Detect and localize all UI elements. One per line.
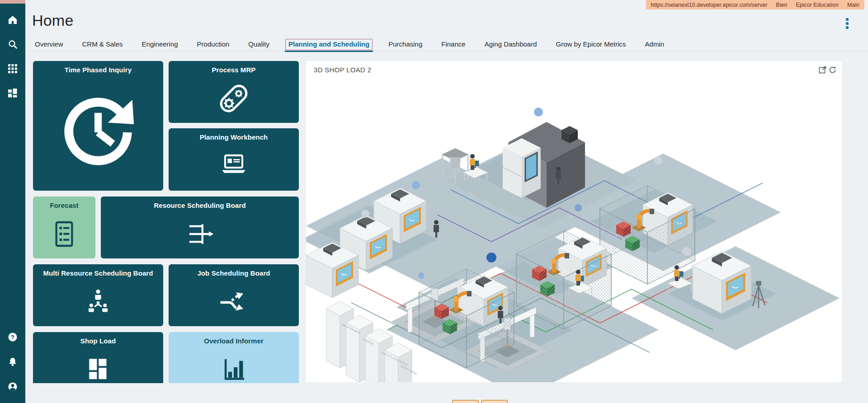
search-icon [7,39,18,50]
tab-production[interactable]: Production [194,39,233,50]
panel-title: 3D SHOP LOAD 2 [314,66,371,74]
dashboards-nav-button[interactable] [0,83,25,103]
tab-aging-dashboard[interactable]: Aging Dashboard [481,39,540,50]
branch-arrows-icon [218,286,250,318]
tab-row-divider [25,51,868,51]
banner-link-user: Bien [776,2,787,8]
tile-grid: Time Phased Inquiry Process MRP [33,61,299,383]
cutoff-tile[interactable] [452,400,479,403]
overflow-menu-button[interactable] [840,16,854,31]
home-nav-button[interactable] [0,10,25,30]
tab-grow-by-epicor-metrics[interactable]: Grow by Epicor Metrics [553,39,629,50]
user-account-icon [7,381,18,392]
open-in-new-window-button[interactable] [818,66,826,74]
laptop-icon [218,150,249,181]
utility-cabinets: MAINTENANCE LOGGING QUALITY ASSURANCE MO… [326,301,418,382]
open-in-new-icon [819,66,826,74]
banner-link-site: Main [847,2,859,8]
tab-admin[interactable]: Admin [642,39,668,50]
tab-overview[interactable]: Overview [32,39,66,50]
merge-arrow-icon [184,218,216,250]
tile-multi-resource-scheduling-board[interactable]: Multi Resource Scheduling Board [33,264,163,326]
dashboard-icon [8,88,18,98]
tile-resource-scheduling-board[interactable]: Resource Scheduling Board [101,197,299,258]
kebab-icon [846,18,849,21]
banner-link-env: Epicor Education [796,2,839,8]
bar-chart-icon [219,355,248,384]
epicor-home-app: ? https://seianext10.developer.epicor.co… [0,0,868,403]
page-title: Home [32,12,74,29]
tab-quality[interactable]: Quality [245,39,273,50]
browser-url-banner: https://seianext10.developer.epicor.com/… [646,0,864,9]
refresh-icon [829,66,836,74]
tab-finance[interactable]: Finance [438,39,468,50]
account-button[interactable] [0,377,25,397]
list-form-icon [50,220,78,248]
tab-purchasing[interactable]: Purchasing [385,39,425,50]
home-icon [7,14,18,25]
tiles-grid-icon [83,355,113,384]
search-nav-button[interactable] [0,34,25,54]
notifications-button[interactable] [0,352,25,372]
help-icon: ? [7,332,18,342]
svg-text:?: ? [11,334,14,341]
tab-bar: Overview CRM & Sales Engineering Product… [32,39,680,50]
left-nav-rail: ? [0,0,25,403]
apps-nav-button[interactable] [0,59,25,79]
tab-crm-sales[interactable]: CRM & Sales [79,39,126,50]
tile-time-phased-inquiry[interactable]: Time Phased Inquiry [33,61,163,191]
tile-shop-load[interactable]: Shop Load [33,332,163,383]
cutoff-tile[interactable] [481,400,508,403]
banner-url: https://seianext10.developer.epicor.com/… [651,2,768,8]
belt-gears-icon [217,82,250,115]
tab-engineering[interactable]: Engineering [139,39,181,50]
tile-overload-informer[interactable]: Overload Informer [169,332,299,383]
apps-grid-icon [8,64,18,74]
tile-forecast[interactable]: Forecast [33,197,95,258]
org-people-icon [83,287,113,317]
refresh-button[interactable] [828,66,836,74]
bell-icon [8,357,18,367]
environment-color-strip [0,0,25,4]
clock-history-icon [57,92,139,173]
tab-planning-and-scheduling[interactable]: Planning and Scheduling [285,39,373,50]
help-button[interactable]: ? [0,327,25,347]
tile-process-mrp[interactable]: Process MRP [169,61,299,123]
tile-job-scheduling-board[interactable]: Job Scheduling Board [169,264,299,326]
shop-load-panel: 3D SHOP LOAD 2 [306,61,842,382]
tile-planning-workbench[interactable]: Planning Workbench [169,128,299,191]
shop-floor-3d-illustration: MAINTENANCE LOGGING QUALITY ASSURANCE MO… [306,77,842,382]
